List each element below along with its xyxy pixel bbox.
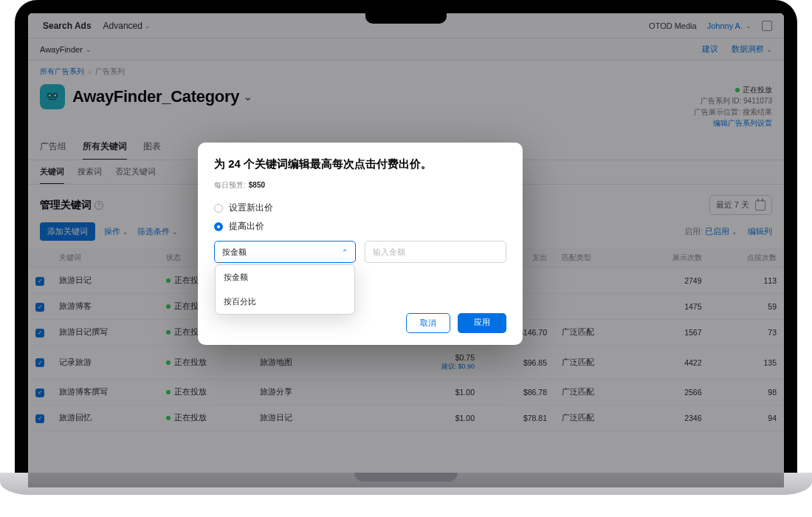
apply-button[interactable]: 应用 <box>458 313 506 333</box>
radio-off-icon <box>214 204 223 213</box>
radio-on-icon <box>214 222 223 231</box>
amount-input[interactable]: 输入金额 <box>365 241 506 263</box>
modal-title: 为 24 个关键词编辑最高每次点击付费出价。 <box>214 157 506 171</box>
daily-budget: 每日预算:$850 <box>214 180 506 191</box>
radio-set-new-bid[interactable]: 设置新出价 <box>214 202 506 213</box>
chevron-up-icon: ⌃ <box>342 248 348 256</box>
cancel-button[interactable]: 取消 <box>406 313 450 333</box>
increase-type-dropdown: 按金额 按百分比 <box>215 264 355 315</box>
radio-increase-bid[interactable]: 提高出价 <box>214 221 506 232</box>
option-by-amount[interactable]: 按金额 <box>216 265 354 290</box>
option-by-percent[interactable]: 按百分比 <box>216 290 354 314</box>
increase-type-select[interactable]: 按金额 ⌃ 按金额 按百分比 <box>214 241 356 263</box>
edit-bid-modal: 为 24 个关键词编辑最高每次点击付费出价。 每日预算:$850 设置新出价 提… <box>198 143 523 345</box>
